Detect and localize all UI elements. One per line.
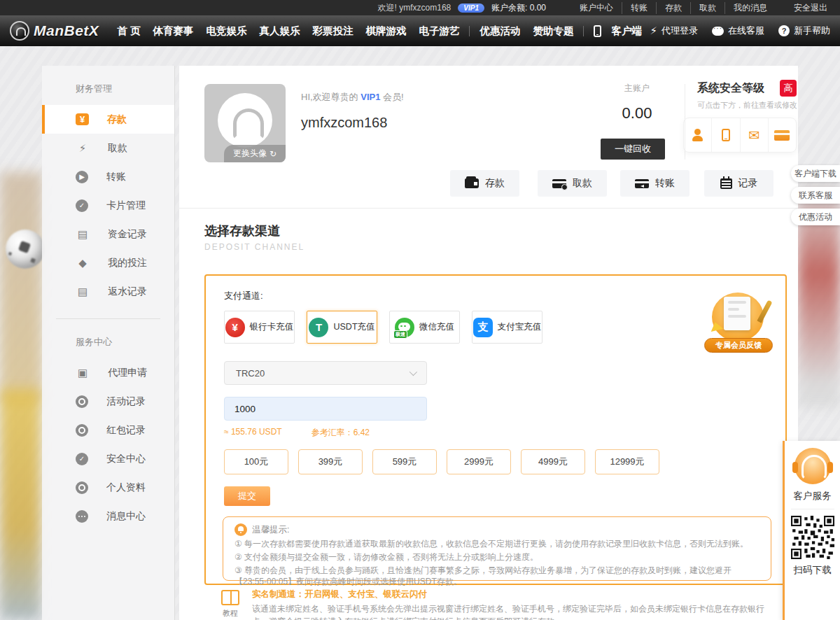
sidebar-item-label: 取款 xyxy=(108,142,127,155)
sidebar-item-security-center[interactable]: ✓ 安全中心 xyxy=(42,444,174,473)
main-account-balance: 0.00 xyxy=(598,104,676,122)
tips-line: ① 每一次存款都需要使用存款通道获取最新的收款信息，收款信息会不定期进行更换，请… xyxy=(234,538,760,550)
chat-bubble-icon xyxy=(398,323,410,331)
shield-check-icon: ✓ xyxy=(76,199,88,212)
customer-service-label[interactable]: 客户服务 xyxy=(794,490,832,502)
channel-bank-card[interactable]: ¥ 银行卡充值 xyxy=(224,311,295,344)
divider xyxy=(179,208,798,209)
agent-login-link[interactable]: ⚡ 代理登录 xyxy=(650,24,698,37)
sidebar: 财务管理 ¥ 存款 ⚡ 取款 ▶ 转账 ✓ 卡片管理 ▤ 资金记录 ◆ xyxy=(42,66,175,620)
topbar-link-withdraw[interactable]: 取款 xyxy=(691,2,725,14)
sidebar-item-agent-apply[interactable]: ▣ 代理申请 xyxy=(42,358,174,387)
activity-icon xyxy=(76,395,88,408)
monitor-icon: ▣ xyxy=(76,366,90,380)
qr-code xyxy=(791,516,834,559)
quick-amount-button[interactable]: 2999元 xyxy=(447,449,511,474)
mail-icon: ✉ xyxy=(748,129,760,142)
main-content: 更换头像 ↻ HI,欢迎尊贵的 VIP1 会员! ymfxzcom168 主账户… xyxy=(179,66,798,620)
main-account-label: 主账户 xyxy=(598,83,676,94)
exchange-rate: 参考汇率：6.42 xyxy=(312,427,370,439)
tab-promotions[interactable]: 优惠活动 xyxy=(791,209,840,225)
vip-feedback-label: 专属会员反馈 xyxy=(704,338,773,353)
nav-item-slots[interactable]: 电子游艺 xyxy=(413,24,465,38)
nav-item-sponsorship[interactable]: 赞助专题 xyxy=(527,24,579,38)
floating-tabs: 客户端下载 联系客服 优惠活动 xyxy=(791,165,840,230)
channel-wechat[interactable]: 极速 微信充值 xyxy=(389,311,460,344)
online-service-link[interactable]: 在线客服 xyxy=(712,24,764,37)
realname-setting[interactable] xyxy=(684,118,712,152)
nav-item-sports[interactable]: 体育赛事 xyxy=(147,24,199,38)
sidebar-item-transfer[interactable]: ▶ 转账 xyxy=(42,162,174,191)
message-icon xyxy=(76,510,88,523)
quick-amount-button[interactable]: 4999元 xyxy=(521,449,585,474)
chevron-down-icon xyxy=(410,368,417,376)
nav-menu: 首 页 体育赛事 电竞娱乐 真人娱乐 彩票投注 棋牌游戏 电子游艺 优惠活动 赞… xyxy=(111,24,648,38)
balance-text: 账户余额: 0.00 xyxy=(491,2,546,14)
headset-icon[interactable] xyxy=(794,448,831,484)
nav-item-promotions[interactable]: 优惠活动 xyxy=(474,24,526,38)
records-action-button[interactable]: 记录 xyxy=(704,170,774,197)
deposit-action-button[interactable]: 存款 xyxy=(450,170,519,197)
nav-separator xyxy=(469,26,470,36)
profile-target-icon xyxy=(76,481,88,494)
nav-item-home[interactable]: 首 页 xyxy=(111,24,146,38)
sidebar-item-withdraw[interactable]: ⚡ 取款 xyxy=(42,134,174,162)
deposit-channel-title: 选择存款渠道 xyxy=(204,223,280,239)
submit-button[interactable]: 提交 xyxy=(224,486,270,506)
phone-setting[interactable] xyxy=(712,118,740,152)
sidebar-item-deposit[interactable]: ¥ 存款 xyxy=(42,105,174,134)
quick-amount-button[interactable]: 399元 xyxy=(298,449,363,474)
channel-usdt[interactable]: T USDT充值 xyxy=(307,311,377,344)
mail-setting[interactable]: ✉ xyxy=(741,118,769,152)
quick-amount-button[interactable]: 12999元 xyxy=(595,449,659,474)
sidebar-item-funds-record[interactable]: ▤ 资金记录 xyxy=(42,220,174,248)
sidebar-item-label: 我的投注 xyxy=(108,257,147,269)
tips-title: 温馨提示: xyxy=(252,524,289,536)
one-key-recycle-button[interactable]: 一键回收 xyxy=(601,139,665,160)
vip-feedback-badge[interactable]: 专属会员反馈 xyxy=(704,293,773,353)
sidebar-item-message-center[interactable]: 消息中心 xyxy=(42,502,174,530)
tutorial-tag: 教程 xyxy=(223,608,238,619)
sidebar-item-my-bets[interactable]: ◆ 我的投注 xyxy=(42,248,174,277)
sidebar-item-activity-record[interactable]: 活动记录 xyxy=(42,387,174,416)
deposit-channel-subtitle: DEPOSIT CHANNEL xyxy=(204,242,304,252)
nav-item-board-games[interactable]: 棋牌游戏 xyxy=(360,24,412,38)
nav-item-esports[interactable]: 电竞娱乐 xyxy=(200,24,252,38)
topbar-link-deposit[interactable]: 存款 xyxy=(657,2,691,14)
topbar-link-transfer[interactable]: 转账 xyxy=(622,2,657,14)
withdraw-action-button[interactable]: 取款 xyxy=(538,170,607,197)
change-avatar-button[interactable]: 更换头像 ↻ xyxy=(224,145,286,162)
wallet-icon xyxy=(465,178,479,188)
channel-alipay[interactable]: 支 支付宝充值 xyxy=(472,311,542,344)
sidebar-item-label: 转账 xyxy=(106,171,126,183)
topbar-link-messages[interactable]: 我的消息 xyxy=(725,2,776,14)
tab-contact-service[interactable]: 联系客服 xyxy=(791,187,840,204)
main-navbar: ManBetX 首 页 体育赛事 电竞娱乐 真人娱乐 彩票投注 棋牌游戏 电子游… xyxy=(0,15,840,46)
bankcard-setting[interactable] xyxy=(769,118,796,152)
network-select[interactable]: TRC20 xyxy=(224,361,427,385)
sidebar-item-label: 活动记录 xyxy=(106,395,146,408)
sidebar-item-card-management[interactable]: ✓ 卡片管理 xyxy=(42,191,174,220)
quick-amount-button[interactable]: 100元 xyxy=(224,449,288,474)
sidebar-item-personal-profile[interactable]: 个人资料 xyxy=(42,473,174,502)
main-account: 主账户 0.00 xyxy=(598,83,676,122)
brand[interactable]: ManBetX xyxy=(10,21,99,41)
nav-item-client-app[interactable]: 客户端 xyxy=(606,24,648,38)
nav-item-live-casino[interactable]: 真人娱乐 xyxy=(253,24,305,38)
greeting: HI,欢迎尊贵的 VIP1 会员! xyxy=(301,91,404,104)
quick-amount-button[interactable]: 599元 xyxy=(372,449,437,474)
beginner-help-link[interactable]: ? 新手帮助 xyxy=(778,24,830,37)
sidebar-item-rebate-record[interactable]: ▤ 返水记录 xyxy=(42,277,174,306)
help-icon: ? xyxy=(778,25,790,36)
amount-input[interactable]: 1000 xyxy=(224,397,427,421)
nav-item-lottery[interactable]: 彩票投注 xyxy=(307,24,358,38)
sidebar-item-redpacket-record[interactable]: 红包记录 xyxy=(42,416,174,444)
quick-actions: 存款 取款 转账 记录 xyxy=(179,170,798,197)
wechat-icon: 极速 xyxy=(395,318,414,337)
agent-login-label: 代理登录 xyxy=(662,24,698,37)
topbar-link-account-center[interactable]: 账户中心 xyxy=(571,2,622,14)
transfer-action-button[interactable]: 转账 xyxy=(620,170,690,197)
avatar[interactable]: 更换头像 ↻ xyxy=(204,84,286,162)
logout-link[interactable]: 安全退出 xyxy=(794,2,827,14)
tab-client-download[interactable]: 客户端下载 xyxy=(791,165,840,182)
